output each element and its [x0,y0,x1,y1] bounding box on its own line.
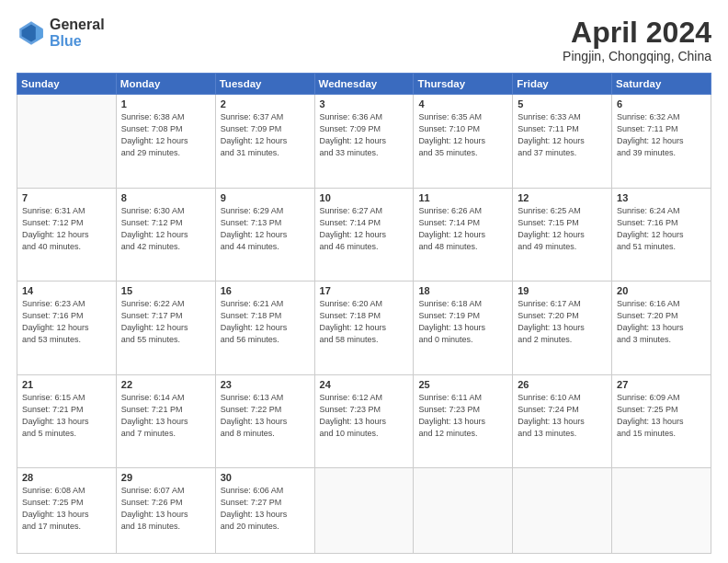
title-block: April 2024 Pingjin, Chongqing, China [563,17,711,63]
weekday-header-monday: Monday [116,74,215,95]
day-info: Sunrise: 6:17 AMSunset: 7:20 PMDaylight:… [518,298,607,346]
day-info: Sunrise: 6:14 AMSunset: 7:21 PMDaylight:… [121,392,210,440]
calendar-cell [17,95,117,188]
day-info: Sunrise: 6:08 AMSunset: 7:25 PMDaylight:… [22,485,111,533]
day-info: Sunrise: 6:11 AMSunset: 7:23 PMDaylight:… [418,392,507,440]
day-info: Sunrise: 6:07 AMSunset: 7:26 PMDaylight:… [121,485,210,533]
day-info: Sunrise: 6:22 AMSunset: 7:17 PMDaylight:… [121,298,210,346]
calendar-cell: 8Sunrise: 6:30 AMSunset: 7:12 PMDaylight… [116,188,215,281]
calendar-week-1: 1Sunrise: 6:38 AMSunset: 7:08 PMDaylight… [17,95,711,188]
day-info: Sunrise: 6:12 AMSunset: 7:23 PMDaylight:… [320,392,409,440]
calendar-cell: 26Sunrise: 6:10 AMSunset: 7:24 PMDayligh… [513,374,612,467]
calendar-table: SundayMondayTuesdayWednesdayThursdayFrid… [17,73,711,554]
calendar-cell: 5Sunrise: 6:33 AMSunset: 7:11 PMDaylight… [513,95,612,188]
day-number: 10 [320,192,409,203]
day-info: Sunrise: 6:36 AMSunset: 7:09 PMDaylight:… [320,111,409,159]
day-info: Sunrise: 6:21 AMSunset: 7:18 PMDaylight:… [221,298,310,346]
calendar-cell: 23Sunrise: 6:13 AMSunset: 7:22 PMDayligh… [215,374,314,467]
day-info: Sunrise: 6:26 AMSunset: 7:14 PMDaylight:… [418,205,507,253]
calendar-cell: 30Sunrise: 6:06 AMSunset: 7:27 PMDayligh… [215,467,314,553]
day-number: 20 [617,285,706,296]
day-number: 13 [617,192,706,203]
calendar-cell: 20Sunrise: 6:16 AMSunset: 7:20 PMDayligh… [612,282,711,374]
weekday-header-thursday: Thursday [414,74,513,95]
calendar-cell [314,467,414,553]
calendar-cell: 21Sunrise: 6:15 AMSunset: 7:21 PMDayligh… [17,374,117,467]
day-number: 7 [22,192,111,203]
logo-blue: Blue [50,33,105,50]
day-info: Sunrise: 6:09 AMSunset: 7:25 PMDaylight:… [617,392,706,440]
day-number: 14 [22,285,111,296]
page: General Blue April 2024 Pingjin, Chongqi… [0,0,728,563]
day-number: 11 [418,192,507,203]
calendar-cell: 12Sunrise: 6:25 AMSunset: 7:15 PMDayligh… [513,188,612,281]
day-number: 17 [320,285,409,296]
calendar-cell: 24Sunrise: 6:12 AMSunset: 7:23 PMDayligh… [314,374,414,467]
day-info: Sunrise: 6:16 AMSunset: 7:20 PMDaylight:… [617,298,706,346]
calendar-cell: 7Sunrise: 6:31 AMSunset: 7:12 PMDaylight… [17,188,117,281]
weekday-header-wednesday: Wednesday [314,74,414,95]
day-number: 5 [518,98,607,109]
day-info: Sunrise: 6:06 AMSunset: 7:27 PMDaylight:… [221,485,310,533]
day-info: Sunrise: 6:32 AMSunset: 7:11 PMDaylight:… [617,111,706,159]
day-number: 22 [121,379,210,390]
day-info: Sunrise: 6:18 AMSunset: 7:19 PMDaylight:… [418,298,507,346]
day-info: Sunrise: 6:29 AMSunset: 7:13 PMDaylight:… [221,205,310,253]
day-number: 19 [518,285,607,296]
calendar-cell: 9Sunrise: 6:29 AMSunset: 7:13 PMDaylight… [215,188,314,281]
calendar-cell: 18Sunrise: 6:18 AMSunset: 7:19 PMDayligh… [414,282,513,374]
day-info: Sunrise: 6:35 AMSunset: 7:10 PMDaylight:… [418,111,507,159]
calendar-cell: 11Sunrise: 6:26 AMSunset: 7:14 PMDayligh… [414,188,513,281]
day-number: 6 [617,98,706,109]
day-number: 15 [121,285,210,296]
calendar-cell: 27Sunrise: 6:09 AMSunset: 7:25 PMDayligh… [612,374,711,467]
calendar-cell: 6Sunrise: 6:32 AMSunset: 7:11 PMDaylight… [612,95,711,188]
calendar-cell: 28Sunrise: 6:08 AMSunset: 7:25 PMDayligh… [17,467,117,553]
weekday-header-sunday: Sunday [17,74,117,95]
day-number: 26 [518,379,607,390]
day-number: 4 [418,98,507,109]
calendar-cell: 14Sunrise: 6:23 AMSunset: 7:16 PMDayligh… [17,282,117,374]
calendar-cell: 15Sunrise: 6:22 AMSunset: 7:17 PMDayligh… [116,282,215,374]
calendar-cell: 13Sunrise: 6:24 AMSunset: 7:16 PMDayligh… [612,188,711,281]
day-number: 21 [22,379,111,390]
day-number: 9 [221,192,310,203]
calendar-cell [513,467,612,553]
day-info: Sunrise: 6:23 AMSunset: 7:16 PMDaylight:… [22,298,111,346]
day-number: 25 [418,379,507,390]
day-number: 2 [221,98,310,109]
day-info: Sunrise: 6:10 AMSunset: 7:24 PMDaylight:… [518,392,607,440]
day-number: 27 [617,379,706,390]
day-info: Sunrise: 6:25 AMSunset: 7:15 PMDaylight:… [518,205,607,253]
calendar-cell: 3Sunrise: 6:36 AMSunset: 7:09 PMDaylight… [314,95,414,188]
weekday-header-tuesday: Tuesday [215,74,314,95]
day-info: Sunrise: 6:24 AMSunset: 7:16 PMDaylight:… [617,205,706,253]
day-info: Sunrise: 6:20 AMSunset: 7:18 PMDaylight:… [320,298,409,346]
day-info: Sunrise: 6:38 AMSunset: 7:08 PMDaylight:… [121,111,210,159]
calendar-cell: 1Sunrise: 6:38 AMSunset: 7:08 PMDaylight… [116,95,215,188]
day-number: 12 [518,192,607,203]
calendar-week-4: 21Sunrise: 6:15 AMSunset: 7:21 PMDayligh… [17,374,711,467]
logo-text: General Blue [50,17,105,49]
subtitle: Pingjin, Chongqing, China [563,49,711,63]
header: General Blue April 2024 Pingjin, Chongqi… [17,17,711,63]
day-info: Sunrise: 6:13 AMSunset: 7:22 PMDaylight:… [221,392,310,440]
day-number: 18 [418,285,507,296]
day-number: 8 [121,192,210,203]
calendar-cell: 16Sunrise: 6:21 AMSunset: 7:18 PMDayligh… [215,282,314,374]
logo-icon [17,18,46,48]
calendar-week-5: 28Sunrise: 6:08 AMSunset: 7:25 PMDayligh… [17,467,711,553]
day-number: 28 [22,472,111,483]
logo: General Blue [17,17,105,49]
logo-general: General [50,17,105,33]
day-number: 3 [320,98,409,109]
calendar-cell: 25Sunrise: 6:11 AMSunset: 7:23 PMDayligh… [414,374,513,467]
day-number: 1 [121,98,210,109]
day-number: 24 [320,379,409,390]
day-info: Sunrise: 6:27 AMSunset: 7:14 PMDaylight:… [320,205,409,253]
day-info: Sunrise: 6:30 AMSunset: 7:12 PMDaylight:… [121,205,210,253]
day-info: Sunrise: 6:31 AMSunset: 7:12 PMDaylight:… [22,205,111,253]
calendar-header: SundayMondayTuesdayWednesdayThursdayFrid… [17,74,711,95]
calendar-cell [612,467,711,553]
weekday-header-friday: Friday [513,74,612,95]
